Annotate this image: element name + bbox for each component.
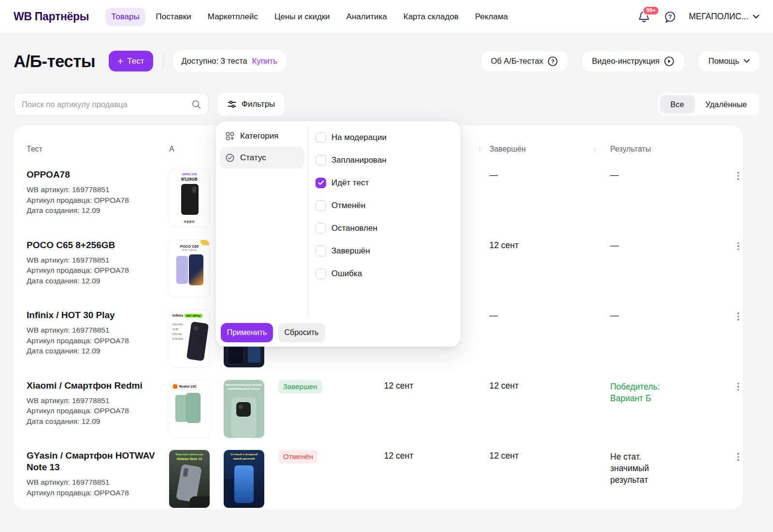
meta-created-date: Дата создания: 12.09: [27, 346, 169, 356]
status-option-finished[interactable]: Завершён: [309, 239, 460, 262]
nav-tab-analytics[interactable]: Аналитика: [341, 8, 393, 26]
toolbar: Фильтры Все Удалённые: [14, 93, 759, 116]
nav-tab-ads[interactable]: Реклама: [469, 8, 514, 26]
about-ab-tests-button[interactable]: Об А/Б-тестах ?: [481, 51, 568, 71]
col-header-finished[interactable]: Завершён ↑: [489, 145, 610, 154]
chevron-down-icon: [753, 14, 759, 19]
notifications-button[interactable]: 99+: [637, 10, 651, 24]
toggle-deleted[interactable]: Удалённые: [695, 95, 758, 113]
variant-b-image[interactable]: Исключительный дизайн, неповторимый стил…: [224, 380, 264, 438]
variant-a-image[interactable]: Infinix HOT 30Play 6000 МАЧ 18 ВТ 6.82 H…: [169, 309, 210, 367]
apply-filters-button[interactable]: Применить: [221, 323, 273, 342]
nav-tab-warehouses[interactable]: Карта складов: [398, 8, 464, 26]
test-title[interactable]: POCO C65 8+256GB: [27, 239, 162, 251]
reset-filters-button[interactable]: Сбросить: [278, 323, 325, 342]
checkbox[interactable]: [315, 155, 326, 166]
test-title[interactable]: GYasin / Смартфон HOTWAV Note 13: [27, 450, 162, 473]
mi-logo-graphic: [173, 384, 177, 389]
meta-seller-article: Артикул продавца: OPPOA78: [27, 488, 169, 498]
col-header-results[interactable]: Результаты: [610, 145, 720, 154]
started-value: 12 сент: [384, 450, 489, 461]
results-value: Победитель: Вариант Б: [610, 381, 672, 404]
variant-a-image[interactable]: Redmi 10C: [169, 380, 210, 438]
help-button[interactable]: Помощь: [699, 51, 759, 71]
search-icon[interactable]: [191, 99, 201, 110]
status-badge: Отменён: [278, 450, 318, 463]
checkbox[interactable]: [315, 268, 326, 279]
col-header-test[interactable]: Тест: [27, 145, 169, 154]
nav-tab-marketplace[interactable]: Маркетплейс: [202, 8, 264, 26]
status-option-moderation[interactable]: На модерации: [309, 126, 460, 149]
row-menu-button[interactable]: [734, 450, 742, 464]
divider: [163, 54, 163, 69]
sliders-icon: [227, 99, 237, 109]
status-badge: Завершен: [278, 380, 322, 393]
test-title[interactable]: Xiaomi / Смартфон Redmi: [27, 380, 162, 392]
svg-text:?: ?: [668, 14, 672, 20]
status-option-planned[interactable]: Запланирован: [309, 149, 460, 171]
new-test-button[interactable]: + Тест: [109, 51, 153, 71]
variant-a-image[interactable]: Мировая премьера Hotwav Note 13: [169, 450, 210, 508]
question-circle-icon: ?: [547, 56, 558, 67]
test-cell: Xiaomi / Смартфон Redmi WB артикул: 1697…: [27, 380, 169, 427]
app: WB Партнёры Товары Поставки Маркетплейс …: [0, 0, 773, 532]
nav-tab-prices[interactable]: Цены и скидки: [269, 8, 336, 26]
checkbox[interactable]: [315, 223, 326, 234]
svg-text:?: ?: [551, 58, 555, 64]
phone-graphic: [176, 256, 188, 284]
page-header: А/Б-тесты + Тест Доступно: 3 теста Купит…: [14, 50, 759, 72]
results-value: Не стат. значимый результат: [610, 451, 672, 486]
variant-a-image[interactable]: POCO C65 8 ГБ + 256 ГБ: [169, 239, 210, 297]
test-title[interactable]: OPPOA78: [27, 169, 162, 181]
search-input[interactable]: [22, 100, 191, 109]
row-menu-button[interactable]: [734, 239, 742, 253]
buy-tests-link[interactable]: Купить: [252, 56, 277, 66]
question-bubble-icon: ?: [663, 10, 677, 24]
plus-icon: +: [117, 56, 123, 66]
filters-dropdown-panel: Категория Статус На модерации Запланиров…: [216, 121, 460, 347]
toggle-all[interactable]: Все: [660, 95, 695, 113]
status-option-stopped[interactable]: Остановлен: [309, 217, 460, 239]
sort-arrow-icon[interactable]: ↑: [478, 145, 482, 153]
finished-value: 12 сент: [489, 239, 610, 251]
variant-a-image[interactable]: OPPO A78 8/128GB oppo: [169, 169, 210, 227]
check-icon: [318, 180, 324, 185]
filter-section-category[interactable]: Категория: [220, 125, 304, 147]
checkbox-checked[interactable]: [315, 178, 326, 188]
filters-button[interactable]: Фильтры: [217, 93, 285, 116]
main-nav: Товары Поставки Маркетплейс Цены и скидк…: [105, 8, 514, 26]
meta-wb-article: WB артикул: 169778851: [27, 477, 169, 488]
test-title[interactable]: Infinix / HOT 30 Play: [27, 309, 162, 321]
video-instruction-button[interactable]: Видео-инструкция: [582, 51, 684, 71]
results-value: —: [610, 169, 720, 180]
checkbox[interactable]: [315, 200, 326, 211]
row-menu-button[interactable]: [734, 169, 742, 183]
screen-graphic: [234, 465, 254, 503]
finished-value: —: [489, 309, 610, 321]
notification-count-badge: 99+: [643, 6, 660, 16]
status-option-error[interactable]: Ошибка: [309, 262, 460, 285]
filter-sections: Категория Статус: [216, 121, 308, 347]
nav-tab-goods[interactable]: Товары: [105, 8, 145, 26]
status-option-running[interactable]: Идёт тест: [309, 171, 460, 194]
variant-b-image[interactable]: Сочный и мощный яркий дисплей: [224, 450, 264, 508]
shadow-graphic: [224, 479, 233, 508]
checkbox[interactable]: [315, 246, 326, 256]
row-menu-button[interactable]: [734, 380, 742, 394]
status-options-list: На модерации Запланирован Идёт тест Отме…: [309, 126, 460, 285]
meta-wb-article: WB артикул: 169778851: [27, 395, 169, 406]
phone-graphic: [189, 254, 203, 285]
support-chat-button[interactable]: ?: [663, 10, 677, 24]
checkbox[interactable]: [315, 132, 326, 143]
row-menu-button[interactable]: [734, 309, 742, 323]
account-menu[interactable]: МЕГАПОЛИС...: [689, 12, 759, 22]
nav-tab-supplies[interactable]: Поставки: [150, 8, 197, 26]
test-cell: GYasin / Смартфон HOTWAV Note 13 WB арти…: [27, 450, 169, 498]
filter-section-status[interactable]: Статус: [220, 147, 304, 168]
app-logo[interactable]: WB Партнёры: [14, 10, 89, 23]
finished-value: —: [489, 169, 610, 180]
meta-seller-article: Артикул продавца: OPPOA78: [27, 406, 169, 416]
results-value: —: [610, 309, 720, 321]
status-option-cancelled[interactable]: Отменён: [309, 194, 460, 217]
sort-arrow-icon[interactable]: ↑: [593, 145, 597, 154]
